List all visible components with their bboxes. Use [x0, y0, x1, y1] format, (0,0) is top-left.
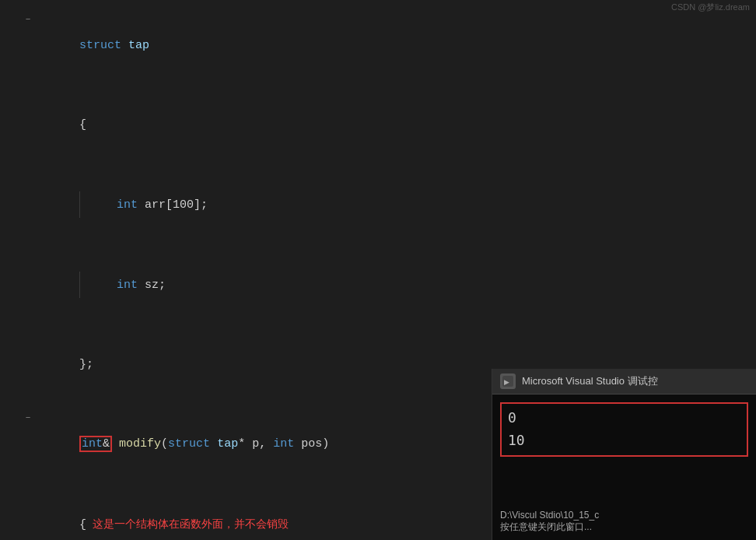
keyword: struct [79, 39, 121, 52]
annotation-text: 这是一个结构体在函数外面，并不会销毁 [93, 517, 289, 530]
line-number [0, 484, 22, 486]
keyword: int [117, 198, 138, 212]
output-line-2: 10 [508, 430, 740, 452]
code-line: int sz; [34, 245, 756, 325]
table-row: int arr[100]; [0, 165, 756, 245]
table-row: int sz; [0, 245, 756, 325]
console-output: 0 10 [500, 402, 748, 457]
output-line-1: 0 [508, 407, 740, 430]
line-number [0, 245, 22, 247]
line-number [0, 165, 22, 167]
line-number [0, 325, 22, 327]
line-number [0, 405, 22, 406]
function-name: modify [119, 437, 161, 451]
console-title-bar: ▶ Microsoft Visual Studio 调试控 [492, 369, 756, 394]
line-number [0, 6, 22, 8]
line-number [0, 86, 22, 87]
code-editor: − struct tap { int arr[100]; int sz; }; [0, 0, 756, 540]
fold-button[interactable]: − [22, 405, 34, 431]
footer-line-1: D:\Viscul Stdio\10_15_c [500, 510, 599, 521]
keyword: int [117, 279, 138, 292]
highlighted-type: int& [79, 436, 112, 452]
watermark: CSDN @梦liz.dream [671, 2, 750, 13]
code-line: int arr[100]; [34, 165, 756, 245]
code-line: { [34, 86, 756, 165]
console-window: ▶ Microsoft Visual Studio 调试控 0 10 D:\Vi… [492, 369, 756, 540]
code-line: struct tap [34, 6, 756, 86]
terminal-icon: ▶ [502, 376, 513, 387]
svg-text:▶: ▶ [504, 378, 509, 386]
fold-button[interactable]: − [22, 6, 34, 33]
console-icon: ▶ [500, 373, 516, 389]
table-row: − struct tap [0, 6, 756, 86]
console-body: 0 10 [492, 394, 756, 465]
identifier: tap [128, 39, 149, 52]
console-footer: D:\Viscul Stdio\10_15_c 按任意键关闭此窗口... [500, 510, 599, 534]
table-row: { [0, 86, 756, 165]
console-title: Microsoft Visual Studio 调试控 [522, 374, 658, 388]
footer-line-2: 按任意键关闭此窗口... [500, 521, 599, 534]
